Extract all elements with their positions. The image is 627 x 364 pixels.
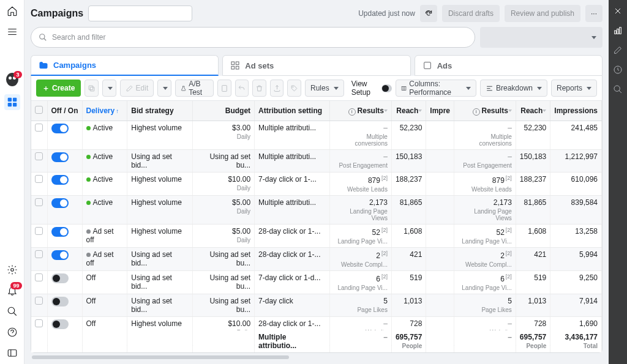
notifications-icon[interactable]: 99	[6, 284, 18, 297]
row-checkbox[interactable]	[35, 250, 43, 258]
tag-button	[287, 80, 301, 97]
row-checkbox[interactable]	[35, 152, 43, 160]
status-toggle[interactable]	[51, 273, 69, 283]
breakdown-button[interactable]: Breakdown	[480, 80, 547, 97]
impressions-cell: 241,485	[550, 121, 602, 150]
reach2-cell: 150,183	[516, 150, 550, 173]
status-toggle[interactable]	[51, 297, 69, 306]
svg-rect-18	[402, 86, 406, 90]
create-button[interactable]: ＋ Create	[36, 80, 81, 97]
row-checkbox[interactable]	[35, 227, 43, 235]
col-offon[interactable]: Off / On	[47, 101, 82, 121]
col-reach2[interactable]: Reach	[516, 101, 550, 121]
abtest-button[interactable]: A/B Test	[175, 80, 214, 97]
menu-icon[interactable]	[6, 26, 18, 38]
bid-cell: Highest volume	[127, 173, 192, 196]
tab-adsets[interactable]: Ad sets	[222, 55, 410, 76]
row-checkbox[interactable]	[35, 319, 43, 327]
attr-cell: 7-day click or 1-...	[255, 173, 330, 196]
row-checkbox[interactable]	[35, 297, 43, 305]
budget-cell: Using ad set bu...	[192, 271, 254, 294]
results-cell: –Multiple conversions	[330, 121, 392, 150]
view-setup-toggle[interactable]: View Setup	[351, 80, 392, 97]
results-cell: 2[2]Website Compl...	[330, 248, 392, 271]
account-selector[interactable]	[480, 27, 603, 48]
col-reach[interactable]: Reach	[391, 101, 426, 121]
search-input[interactable]: Search and filter	[31, 27, 475, 48]
row-checkbox[interactable]	[35, 198, 43, 206]
reach-cell: 519	[391, 271, 426, 294]
col-results2[interactable]: iResults	[454, 101, 516, 121]
col-bid[interactable]: Bid strategy	[127, 101, 192, 121]
horizontal-scrollbar[interactable]	[31, 354, 603, 360]
attr-cell: 28-day click or 1-...	[255, 225, 330, 248]
refresh-button[interactable]	[420, 5, 437, 22]
budget-cell: $5.00Daily	[192, 196, 254, 225]
svg-point-8	[40, 34, 45, 39]
reach-cell: 81,865	[391, 196, 426, 225]
collapse-icon[interactable]	[6, 347, 18, 359]
search-nav-icon[interactable]	[6, 305, 18, 318]
status-toggle[interactable]	[51, 250, 69, 260]
col-results[interactable]: iResults	[330, 101, 392, 121]
svg-point-17	[293, 86, 293, 87]
col-attribution[interactable]: Attribution setting	[255, 101, 330, 121]
reports-button[interactable]: Reports	[551, 80, 597, 97]
zoom-icon[interactable]	[613, 84, 623, 94]
export-button	[270, 80, 284, 97]
impr-trunc-cell	[426, 121, 454, 150]
reach-cell: 1,608	[391, 225, 426, 248]
delivery-cell: Ad set off	[82, 225, 127, 248]
help-icon[interactable]	[6, 326, 18, 338]
notif-badge: 99	[10, 282, 21, 289]
svg-rect-7	[8, 350, 17, 357]
status-toggle[interactable]	[51, 175, 69, 185]
account-face-icon[interactable]: 3	[6, 73, 18, 86]
col-impr[interactable]: Impre	[426, 101, 454, 121]
delivery-cell: Off	[82, 271, 127, 294]
close-icon[interactable]	[613, 6, 623, 16]
status-toggle[interactable]	[51, 227, 69, 237]
table-row[interactable]: OffUsing ad set bid...Using ad set bu...…	[31, 271, 602, 294]
charts-icon[interactable]	[613, 26, 623, 35]
svg-rect-2	[8, 103, 11, 106]
table-row[interactable]: ActiveUsing ad set bid...Using ad set bu…	[31, 150, 602, 173]
reach2-cell: 421	[516, 248, 550, 271]
columns-button[interactable]: Columns: Performance	[396, 80, 476, 97]
tab-ads[interactable]: Ads	[415, 55, 603, 76]
table-row[interactable]: ActiveHighest volume$10.00Daily7-day cli…	[31, 173, 602, 196]
tab-campaigns[interactable]: Campaigns	[31, 55, 219, 76]
col-budget[interactable]: Budget	[192, 101, 254, 121]
table-row[interactable]: ActiveHighest volume$5.00DailyMultiple a…	[31, 196, 602, 225]
more-button[interactable]: ···	[585, 5, 603, 22]
delivery-cell: Ad set off	[82, 248, 127, 271]
reach2-cell: 1,608	[516, 225, 550, 248]
svg-rect-21	[620, 28, 621, 34]
table-row[interactable]: OffUsing ad set bid...Using ad set bu...…	[31, 294, 602, 317]
status-toggle[interactable]	[51, 124, 69, 133]
footer-impr: 3,436,177	[565, 333, 598, 341]
row-checkbox[interactable]	[35, 175, 43, 183]
results2-cell: 2[2]Website Compl...	[454, 248, 516, 271]
row-checkbox[interactable]	[35, 124, 43, 132]
col-delivery[interactable]: Delivery↑	[82, 101, 127, 121]
status-toggle[interactable]	[51, 152, 69, 162]
select-all-checkbox[interactable]	[35, 106, 43, 114]
table-row[interactable]: ActiveHighest volume$3.00DailyMultiple a…	[31, 121, 602, 150]
svg-rect-9	[231, 62, 235, 65]
status-toggle[interactable]	[51, 319, 69, 329]
rules-button[interactable]: Rules	[305, 80, 344, 97]
col-impressions[interactable]: Impressions	[550, 101, 602, 121]
svg-rect-13	[424, 62, 430, 69]
edit-icon[interactable]	[613, 45, 623, 55]
settings-icon[interactable]	[6, 264, 18, 276]
ads-manager-icon[interactable]	[4, 94, 20, 110]
history-icon[interactable]	[613, 65, 623, 75]
status-toggle[interactable]	[51, 198, 69, 208]
row-checkbox[interactable]	[35, 273, 43, 281]
table-row[interactable]: Ad set offHighest volume$5.00Daily28-day…	[31, 225, 602, 248]
folder-icon	[39, 61, 48, 70]
home-icon[interactable]	[6, 5, 18, 17]
campaign-name-input[interactable]	[88, 6, 192, 21]
table-row[interactable]: Ad set offUsing ad set bid...Using ad se…	[31, 248, 602, 271]
